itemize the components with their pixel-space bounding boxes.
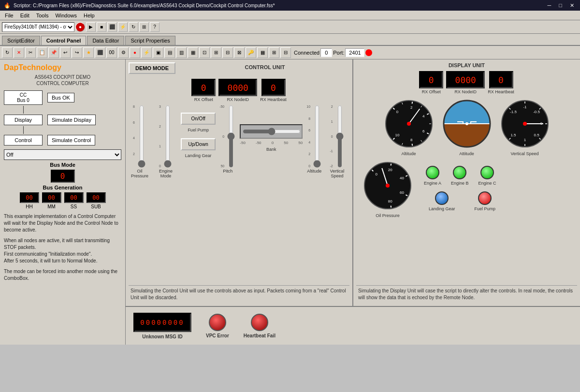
updown-button[interactable]: Up/Down: [181, 138, 216, 150]
tb-play-btn[interactable]: ▶: [86, 22, 96, 32]
tb2-b4[interactable]: ▦: [188, 47, 198, 58]
vertical-speed-slider[interactable]: [335, 105, 345, 168]
title-bar: 🔥 Scriptor: C:/Program Files (x86)/FireD…: [0, 0, 580, 11]
altitude-slider[interactable]: [312, 105, 322, 168]
device-select[interactable]: FireSpy3410bT (Mil1394) - offlin: [2, 22, 74, 32]
heartbeat-fail-indicator: [251, 314, 268, 331]
tb2-redo[interactable]: ↪: [72, 47, 82, 58]
onoff-button[interactable]: On/Off: [181, 113, 216, 125]
tb2-fork[interactable]: ⚡: [141, 47, 152, 58]
heartbeat-fail-label: Heartbeat Fail: [244, 333, 276, 338]
engine-mode-slider[interactable]: [163, 105, 173, 168]
control-unit-header: CONTROL UNIT: [180, 64, 349, 70]
demo-mode-button[interactable]: DEMO MODE: [129, 62, 175, 74]
du-rx-nodeid-label: RX NodeID: [454, 89, 477, 94]
subtitle2: CONTROL COMPUTER: [36, 81, 89, 86]
fuel-pump-indicator-label: Fuel Pump: [475, 206, 496, 211]
vpc-error-label: VPC Error: [206, 333, 229, 338]
subtitle: AS5643 COCKPIT DEMO CONTROL COMPUTER: [4, 74, 121, 87]
bank-label: Bank: [266, 147, 276, 152]
tb2-b9[interactable]: ⊞: [269, 47, 279, 58]
unknown-msg-label: Unknown MSG ID: [142, 334, 182, 339]
du-rx-offset-label: RX Offset: [422, 89, 441, 94]
menu-tools[interactable]: Tools: [33, 12, 52, 19]
oil-pressure-slider[interactable]: [137, 105, 146, 168]
tb-help-btn[interactable]: ?: [150, 22, 160, 32]
pitch-slider[interactable]: [226, 105, 236, 168]
tb2-b3[interactable]: ▥: [176, 47, 187, 58]
tab-script-properties[interactable]: Script Properties: [125, 36, 175, 45]
cu-rx-nodeid-display: 0000: [218, 79, 257, 96]
tb2-rect[interactable]: ⬛: [95, 47, 105, 58]
tb2-star[interactable]: ★: [83, 47, 94, 58]
tb2-paste[interactable]: 📌: [48, 47, 59, 58]
tb2-key[interactable]: 🔑: [246, 47, 256, 58]
sub-label: SUB: [91, 204, 101, 209]
tb2-b2[interactable]: ▤: [164, 47, 175, 58]
engine-mode-label: Engine Mode: [155, 169, 177, 178]
simulate-display-btn[interactable]: Simulate Display: [47, 115, 96, 125]
sub-display: 00: [87, 192, 106, 203]
tab-control-panel[interactable]: Control Panel: [41, 36, 87, 45]
hh-label: HH: [26, 204, 32, 209]
tb2-b8[interactable]: ⊠: [234, 47, 245, 58]
title-bar-controls[interactable]: ─ □ ✕: [546, 2, 576, 9]
tb2-dot[interactable]: ●: [130, 47, 140, 58]
tb2-b6[interactable]: ⊞: [211, 47, 221, 58]
menu-file[interactable]: File: [2, 12, 16, 19]
oil-pressure-gauge-label: Oil Pressure: [376, 213, 400, 218]
landing-gear-indicator-label: Landing Gear: [429, 206, 455, 211]
display-unit-panel: DISPLAY UNIT 0 RX Offset 0000 RX Nod: [353, 59, 580, 306]
menu-help[interactable]: Help: [81, 12, 98, 19]
hh-item: 00 HH: [20, 192, 39, 209]
tb2-tool1[interactable]: ⚙: [118, 47, 129, 58]
altitude-gauge-label: Altitude: [401, 151, 416, 156]
desc2: When all nodes are active, it will start…: [4, 237, 121, 264]
du-description: Simulating the Display Unit will case th…: [356, 285, 577, 303]
tb2-b1[interactable]: ▣: [153, 47, 163, 58]
bus-mode-select[interactable]: Off: [4, 149, 121, 160]
simulate-control-btn[interactable]: Simulate Control: [47, 135, 95, 145]
du-rx-heartbeat-label: RX Heartbeat: [488, 89, 514, 94]
tb2-cut[interactable]: ✂: [25, 47, 36, 58]
tb2-stop[interactable]: ✕: [14, 47, 24, 58]
tb2-b7[interactable]: ⊟: [222, 47, 233, 58]
bus-mode-label: Bus Mode: [4, 162, 121, 168]
display-node[interactable]: Display: [4, 115, 43, 125]
maximize-button[interactable]: □: [557, 2, 564, 9]
altitude-gauge: [382, 97, 435, 150]
port-label: Port:: [333, 50, 344, 56]
desc1: This example implementation of a Control…: [4, 213, 121, 233]
cc-bus-node[interactable]: CCBus 0: [4, 90, 43, 105]
close-button[interactable]: ✕: [568, 2, 576, 9]
vspeed-gauge-label: Vertical Speed: [510, 151, 538, 156]
pitch-label: Pitch: [223, 169, 232, 174]
tb2-refresh[interactable]: ↻: [2, 47, 13, 58]
tb2-b10[interactable]: ⊟: [280, 47, 291, 58]
tab-data-editor[interactable]: Data Editor: [87, 36, 124, 45]
tb2-grid2[interactable]: ▦: [257, 47, 268, 58]
tb2-copy[interactable]: 📋: [37, 47, 47, 58]
tb-grid-btn[interactable]: ⊞: [139, 22, 149, 32]
engine-c-indicator: [480, 166, 494, 179]
connected-value[interactable]: [320, 48, 332, 57]
display-unit-header: DISPLAY UNIT: [356, 62, 577, 68]
port-value[interactable]: [345, 48, 364, 57]
tb2-undo[interactable]: ↩: [60, 47, 71, 58]
tb-stop-btn[interactable]: ■: [97, 22, 106, 32]
menu-windows[interactable]: Windows: [52, 12, 80, 19]
control-node[interactable]: Control: [4, 135, 43, 145]
menu-edit[interactable]: Edit: [17, 12, 32, 19]
tb-arrow-btn[interactable]: ⚡: [118, 22, 128, 32]
du-rx-offset-display: 0: [419, 71, 443, 88]
bank-slider[interactable]: [243, 128, 301, 135]
tb2-num[interactable]: 00: [106, 47, 117, 58]
tab-script-editor[interactable]: ScriptEditor: [2, 36, 40, 45]
tb-pause-btn[interactable]: ⬛: [107, 22, 117, 32]
mm-display: 00: [42, 192, 61, 203]
tb2-b5[interactable]: ⊡: [199, 47, 210, 58]
cu-rx-heartbeat-display: 0: [261, 79, 286, 96]
tb-record-btn[interactable]: ●: [75, 22, 85, 32]
minimize-button[interactable]: ─: [546, 2, 553, 9]
tb-refresh-btn[interactable]: ↻: [129, 22, 138, 32]
